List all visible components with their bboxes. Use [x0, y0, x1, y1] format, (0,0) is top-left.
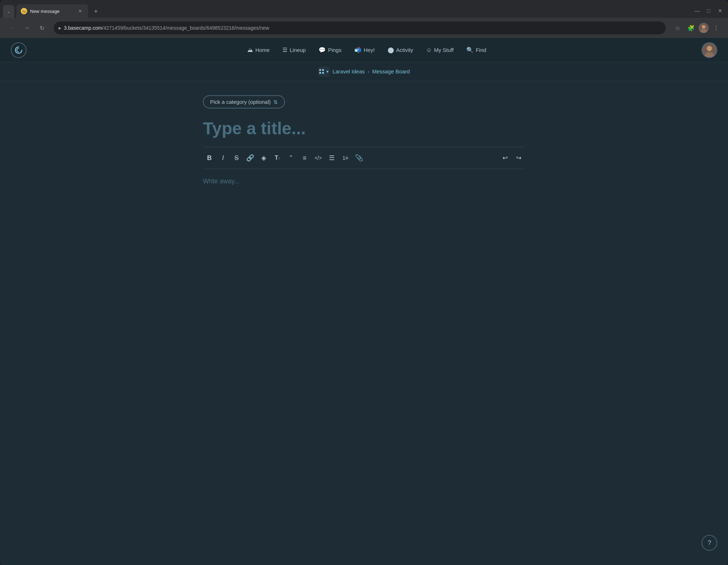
tab-dropdown[interactable]: ⌄ — [3, 5, 14, 18]
code-button[interactable]: </> — [312, 151, 325, 164]
minimize-button[interactable]: — — [692, 6, 702, 16]
user-avatar[interactable] — [702, 42, 717, 58]
tab-close-button[interactable]: ✕ — [77, 8, 84, 15]
pings-icon: 💬 — [319, 47, 326, 53]
content-placeholder: Write away... — [203, 178, 525, 185]
breadcrumb-section[interactable]: Message Board — [372, 68, 410, 74]
help-icon: ? — [708, 539, 711, 547]
tab-bar: ⌄ 🐝 New message ✕ + — □ ✕ — [0, 0, 728, 18]
tab-favicon: 🐝 — [21, 8, 27, 14]
nav-activity-label: Activity — [396, 47, 413, 53]
redo-button[interactable]: ↪ — [512, 151, 525, 164]
picker-arrow-icon: ⇅ — [273, 99, 278, 105]
nav-activity[interactable]: ⬤ Activity — [382, 44, 419, 56]
nav-hey-label: Hey! — [364, 47, 375, 53]
breadcrumb-bar: ▾ Laravel Ideas › Message Board — [0, 62, 728, 81]
strikethrough-button[interactable]: S — [230, 151, 243, 164]
category-picker[interactable]: Pick a category (optional) ⇅ — [203, 95, 285, 108]
tab-title: New message — [30, 9, 74, 14]
forward-button[interactable]: → — [21, 22, 33, 34]
nav-my-stuff[interactable]: ☺ My Stuff — [420, 44, 459, 56]
nav-home-label: Home — [255, 47, 270, 53]
nav-mystuff-label: My Stuff — [434, 47, 454, 53]
url-domain: 3.basecamp.com — [64, 25, 102, 31]
app-navbar: ⛰ Home ☰ Lineup 💬 Pings 📬 Hey! — [0, 38, 728, 62]
blockquote-button[interactable]: " — [285, 151, 297, 164]
url-text: 3.basecamp.com/4271459/buckets/34135514/… — [64, 25, 661, 31]
content-area[interactable]: Write away... — [203, 169, 525, 312]
bookmark-icon[interactable]: ☆ — [671, 22, 684, 34]
window-controls: — □ ✕ — [692, 6, 725, 16]
profile-avatar[interactable] — [699, 23, 709, 33]
browser-window: ⌄ 🐝 New message ✕ + — □ ✕ ← → ↻ ● 3.base… — [0, 0, 728, 565]
nav-hey[interactable]: 📬 Hey! — [349, 44, 380, 56]
menu-icon[interactable]: ⋮ — [710, 22, 722, 34]
mystuff-icon: ☺ — [426, 47, 432, 53]
editor-toolbar: B I S 🔗 ◈ T↕ " ≡ </> ☰ 1≡ 📎 ↩ — [203, 147, 525, 169]
align-button[interactable]: ≡ — [298, 151, 311, 164]
nav-find-label: Find — [476, 47, 486, 53]
url-path: /4271459/buckets/34135514/message_boards… — [102, 25, 269, 31]
text-size-button[interactable]: T↕ — [271, 151, 284, 164]
nav-lineup[interactable]: ☰ Lineup — [277, 44, 311, 56]
find-icon: 🔍 — [466, 47, 474, 53]
active-tab[interactable]: 🐝 New message ✕ — [16, 4, 88, 18]
grid-view-button[interactable]: ▾ — [318, 67, 330, 77]
close-button[interactable]: ✕ — [715, 6, 725, 16]
app-logo[interactable] — [11, 42, 26, 58]
bullet-list-button[interactable]: ☰ — [325, 151, 338, 164]
security-icon: ● — [58, 25, 61, 31]
address-actions: ☆ 🧩 ⋮ — [671, 22, 722, 34]
hey-icon: 📬 — [354, 47, 361, 53]
editor-container: Pick a category (optional) ⇅ B I S 🔗 ◈ T… — [203, 95, 525, 551]
nav-pings[interactable]: 💬 Pings — [313, 44, 347, 56]
undo-button[interactable]: ↩ — [499, 151, 511, 164]
italic-button[interactable]: I — [217, 151, 229, 164]
svg-point-1 — [702, 25, 705, 29]
home-icon: ⛰ — [247, 47, 253, 53]
bold-button[interactable]: B — [203, 151, 216, 164]
breadcrumb-separator: › — [368, 68, 369, 74]
title-input[interactable] — [203, 119, 525, 138]
link-button[interactable]: 🔗 — [244, 151, 257, 164]
editor-wrapper: Pick a category (optional) ⇅ B I S 🔗 ◈ T… — [0, 81, 728, 565]
highlight-button[interactable]: ◈ — [257, 151, 270, 164]
new-tab-button[interactable]: + — [91, 6, 101, 16]
maximize-button[interactable]: □ — [704, 6, 714, 16]
app-nav-items: ⛰ Home ☰ Lineup 💬 Pings 📬 Hey! — [32, 44, 702, 56]
category-picker-label: Pick a category (optional) — [210, 99, 271, 105]
reload-button[interactable]: ↻ — [36, 22, 48, 34]
nav-lineup-label: Lineup — [290, 47, 306, 53]
activity-icon: ⬤ — [388, 47, 394, 53]
ordered-list-button[interactable]: 1≡ — [339, 151, 352, 164]
address-bar: ← → ↻ ● 3.basecamp.com/4271459/buckets/3… — [0, 18, 728, 38]
back-button[interactable]: ← — [6, 22, 18, 34]
extensions-icon[interactable]: 🧩 — [685, 22, 697, 34]
breadcrumb-project[interactable]: Laravel Ideas — [333, 68, 365, 74]
nav-pings-label: Pings — [328, 47, 341, 53]
attachment-button[interactable]: 📎 — [353, 151, 365, 164]
app-content: ⛰ Home ☰ Lineup 💬 Pings 📬 Hey! — [0, 38, 728, 565]
url-bar[interactable]: ● 3.basecamp.com/4271459/buckets/3413551… — [54, 21, 666, 34]
svg-point-4 — [707, 46, 712, 51]
lineup-icon: ☰ — [282, 47, 287, 53]
nav-find[interactable]: 🔍 Find — [461, 44, 492, 56]
nav-home[interactable]: ⛰ Home — [242, 44, 275, 56]
help-button[interactable]: ? — [702, 535, 717, 551]
content-wrapper: ⛰ Home ☰ Lineup 💬 Pings 📬 Hey! — [0, 38, 728, 565]
